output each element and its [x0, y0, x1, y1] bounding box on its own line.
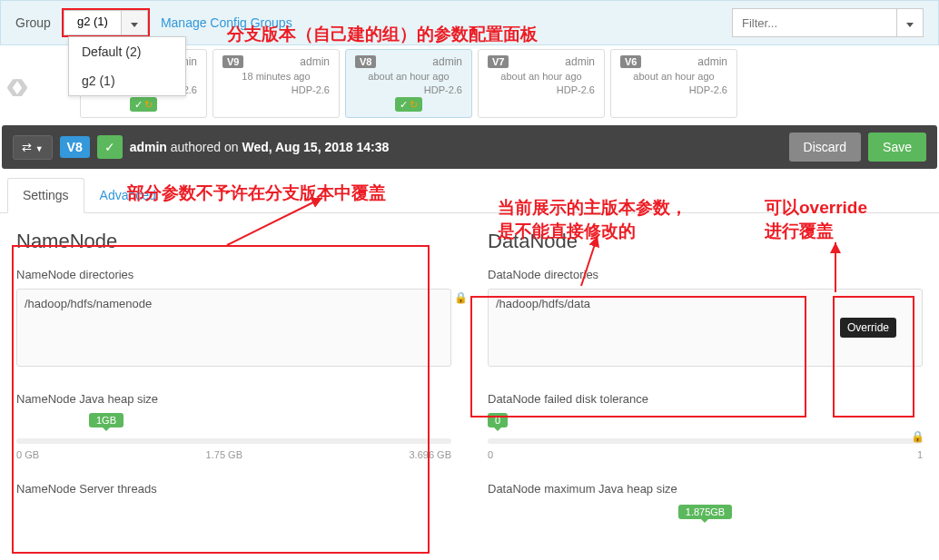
slider-value-badge: 1GB: [89, 413, 124, 427]
namenode-dirs-input[interactable]: [16, 289, 451, 367]
version-card[interactable]: V9admin18 minutes agoHDP-2.6: [213, 49, 340, 118]
lock-icon: 🔒: [454, 291, 468, 304]
discard-button[interactable]: Discard: [789, 133, 861, 162]
version-user: admin: [565, 55, 595, 68]
namenode-dirs-label: NameNode directories: [16, 268, 451, 281]
authored-text: admin authored on Wed, Aug 15, 2018 14:3…: [130, 140, 390, 154]
datanode-section: DataNode DataNode directories DataNode f…: [488, 230, 923, 541]
slider-max: 3.696 GB: [410, 449, 451, 460]
annotation-4a: 可以override: [765, 196, 867, 220]
annotation-3b: 是不能直接修改的: [498, 220, 636, 243]
check-icon: ✓: [97, 135, 123, 159]
config-sections: NameNode NameNode directories 🔒 NameNode…: [0, 213, 939, 557]
override-tooltip: Override: [840, 318, 896, 338]
check-refresh-icon: ✓↻: [130, 97, 157, 112]
datanode-fail-slider[interactable]: 0 0 1: [488, 413, 923, 460]
version-user: admin: [432, 55, 462, 68]
check-refresh-icon: ✓↻: [395, 97, 422, 112]
filter-combo[interactable]: [732, 8, 924, 37]
datanode-dirs-label: DataNode directories: [488, 268, 923, 281]
version-badge: V6: [620, 55, 641, 68]
slider-value-badge: 1.875GB: [678, 505, 732, 519]
version-time: 18 minutes ago: [222, 71, 330, 82]
version-badge: V8: [355, 55, 376, 68]
current-version-badge: V8: [60, 136, 90, 158]
filter-dropdown-toggle[interactable]: [896, 9, 923, 36]
datanode-heap-label: DataNode maximum Java heap size: [488, 482, 923, 496]
slider-value-badge: 0: [488, 413, 508, 427]
version-badge: V7: [488, 55, 509, 68]
current-version-bar: ⇄ ▼ V8 ✓ admin authored on Wed, Aug 15, …: [2, 125, 937, 169]
version-hdp: HDP-2.6: [488, 84, 595, 95]
version-badge: V9: [222, 55, 243, 68]
version-user: admin: [300, 55, 330, 68]
version-hdp: HDP-2.6: [355, 84, 462, 95]
namenode-threads-label: NameNode Server threads: [16, 482, 451, 496]
version-hdp: HDP-2.6: [620, 84, 727, 95]
slider-mid: 1.75 GB: [206, 449, 242, 460]
chevron-down-icon: [906, 23, 914, 27]
group-option-default[interactable]: Default (2): [69, 37, 185, 66]
group-dropdown-toggle[interactable]: [122, 10, 148, 35]
lock-icon: 🔒: [911, 430, 924, 443]
author-date: Wed, Aug 15, 2018 14:38: [242, 140, 389, 154]
tab-settings[interactable]: Settings: [7, 178, 84, 213]
version-time: about an hour ago: [488, 71, 595, 82]
compare-button[interactable]: ⇄ ▼: [13, 135, 53, 160]
slider-min: 0 GB: [16, 449, 39, 460]
group-dropdown-menu: Default (2) g2 (1): [68, 36, 186, 96]
annotation-2: 部分参数不予许在分支版本中覆盖: [127, 182, 386, 205]
slider-min: 0: [488, 449, 493, 460]
annotation-3a: 当前展示的主版本参数，: [498, 196, 687, 220]
filter-input[interactable]: [733, 9, 896, 36]
version-card[interactable]: V7adminabout an hour agoHDP-2.6: [478, 49, 605, 118]
version-hdp: HDP-2.6: [222, 84, 330, 95]
namenode-heap-label: NameNode Java heap size: [16, 392, 451, 406]
chevron-down-icon: [131, 23, 138, 27]
group-option-g2[interactable]: g2 (1): [69, 66, 185, 95]
author-name: admin: [130, 140, 167, 154]
group-label: Group: [15, 15, 51, 30]
version-time: about an hour ago: [620, 71, 727, 82]
group-dropdown[interactable]: g2 (1): [62, 8, 150, 37]
annotation-4b: 进行覆盖: [765, 220, 834, 243]
save-button[interactable]: Save: [868, 133, 926, 162]
annotation-1: 分支版本（自己建的组）的参数配置面板: [227, 23, 538, 46]
version-card[interactable]: V8adminabout an hour agoHDP-2.6✓↻: [345, 49, 472, 118]
datanode-fail-label: DataNode failed disk tolerance: [488, 392, 923, 406]
namenode-heap-slider[interactable]: 1GB 0 GB 1.75 GB 3.696 GB: [16, 413, 451, 460]
override-widget: Override +: [840, 318, 855, 338]
group-dropdown-selected[interactable]: g2 (1): [64, 10, 122, 35]
next-version-arrow[interactable]: ›: [11, 59, 33, 109]
version-time: about an hour ago: [355, 71, 462, 82]
version-user: admin: [697, 55, 727, 68]
namenode-title: NameNode: [16, 230, 451, 253]
version-card[interactable]: V6adminabout an hour agoHDP-2.6: [610, 49, 737, 118]
namenode-section: NameNode NameNode directories 🔒 NameNode…: [16, 230, 451, 541]
slider-max: 1: [917, 449, 923, 460]
